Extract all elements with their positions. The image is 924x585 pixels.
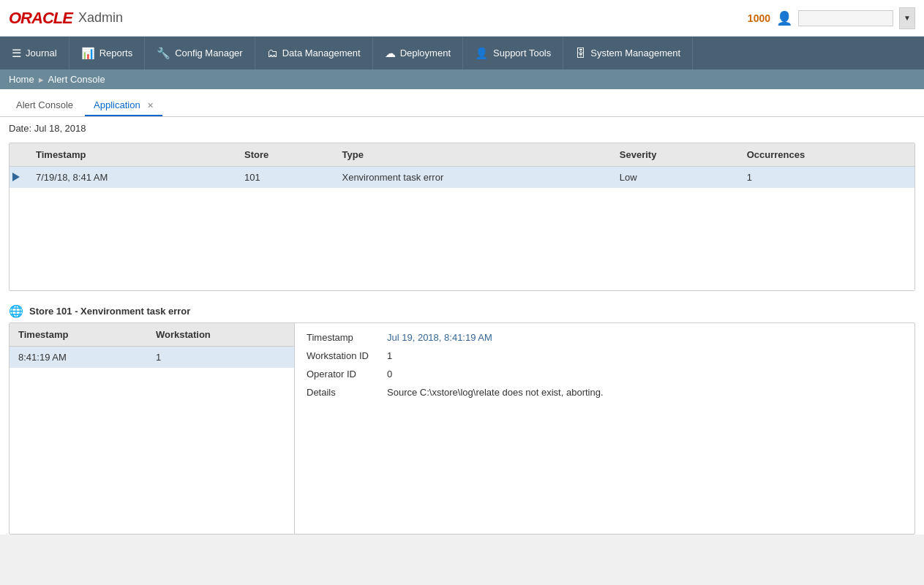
nav-label-config: Config Manager	[175, 48, 243, 58]
logo-area: ORACLE Xadmin	[9, 9, 123, 28]
nav-label-deployment: Deployment	[400, 48, 451, 58]
table-row[interactable]: 7/19/18, 8:41 AM 101 Xenvironment task e…	[10, 167, 914, 189]
detail-timestamp-value: Jul 19, 2018, 8:41:19 AM	[387, 332, 492, 343]
col-type: Type	[333, 143, 610, 167]
globe-icon: 🌐	[9, 304, 23, 318]
tab-alert-console-label: Alert Console	[16, 99, 73, 110]
nav-label-reports: Reports	[99, 48, 133, 58]
detail-col-workstation: Workstation	[147, 323, 294, 347]
breadcrumb-current: Alert Console	[48, 74, 105, 85]
nav-item-reports[interactable]: 📊 Reports	[70, 37, 146, 69]
support-icon: 👤	[475, 47, 489, 60]
detail-right-panel: Timestamp Jul 19, 2018, 8:41:19 AM Works…	[295, 323, 914, 534]
dropdown-arrow[interactable]: ▼	[899, 7, 915, 29]
detail-workstation-label: Workstation ID	[307, 350, 387, 361]
detail-row-timestamp: 8:41:19 AM	[10, 347, 147, 369]
nav-label-data: Data Management	[282, 48, 361, 58]
main-table-container: Timestamp Store Type Severity Occurrence…	[9, 143, 915, 291]
tab-application-close[interactable]: ✕	[147, 101, 154, 110]
detail-operator-value: 0	[387, 369, 392, 380]
detail-workstation-row: Workstation ID 1	[307, 350, 903, 361]
row-occurrences: 1	[738, 167, 914, 189]
row-type: Xenvironment task error	[333, 167, 610, 189]
app-name: Xadmin	[78, 10, 123, 26]
col-flag	[10, 143, 27, 167]
top-right: 1000 👤 ▼	[748, 7, 915, 29]
content: Alert Console Application ✕ Date: Jul 18…	[0, 89, 924, 535]
top-bar: ORACLE Xadmin 1000 👤 ▼	[0, 0, 924, 37]
nav-label-journal: Journal	[26, 48, 57, 58]
nav-item-support-tools[interactable]: 👤 Support Tools	[463, 37, 563, 69]
tabs-bar: Alert Console Application ✕	[0, 89, 924, 117]
deployment-icon: ☁	[385, 47, 396, 60]
reports-icon: 📊	[81, 47, 95, 60]
main-table: Timestamp Store Type Severity Occurrence…	[10, 143, 914, 290]
date-label: Date:	[9, 123, 31, 134]
detail-title: Store 101 - Xenvironment task error	[29, 306, 190, 317]
nav-item-data-management[interactable]: 🗂 Data Management	[255, 37, 373, 69]
detail-left-header: Timestamp Workstation	[10, 323, 294, 347]
nav-item-journal[interactable]: ☰ Journal	[0, 37, 70, 69]
detail-left-row[interactable]: 8:41:19 AM 1	[10, 347, 294, 369]
user-id: 1000	[748, 12, 770, 24]
oracle-logo: ORACLE	[9, 9, 72, 28]
config-icon: 🔧	[157, 47, 170, 60]
detail-timestamp-label: Timestamp	[307, 332, 387, 343]
journal-icon: ☰	[12, 47, 21, 60]
date-row: Date: Jul 18, 2018	[0, 117, 924, 140]
detail-header: 🌐 Store 101 - Xenvironment task error	[9, 300, 915, 322]
tab-application-label: Application	[94, 99, 140, 110]
breadcrumb: Home ► Alert Console	[0, 69, 924, 89]
detail-body: Timestamp Workstation 8:41:19 AM 1 T	[9, 322, 915, 535]
date-value: Jul 18, 2018	[34, 123, 86, 134]
col-occurrences: Occurrences	[738, 143, 914, 167]
row-timestamp: 7/19/18, 8:41 AM	[27, 167, 236, 189]
row-store: 101	[236, 167, 333, 189]
tab-alert-console[interactable]: Alert Console	[7, 95, 82, 116]
detail-col-timestamp: Timestamp	[10, 323, 147, 347]
breadcrumb-separator: ►	[37, 75, 45, 84]
row-severity: Low	[611, 167, 738, 189]
search-input[interactable]	[798, 10, 893, 26]
detail-workstation-value: 1	[387, 350, 392, 361]
detail-details-value: Source C:\xstore\log\relate does not exi…	[387, 387, 604, 398]
detail-details-label: Details	[307, 387, 387, 398]
nav-item-deployment[interactable]: ☁ Deployment	[373, 37, 463, 69]
flag-cell	[10, 167, 27, 189]
user-avatar-icon: 👤	[776, 10, 792, 26]
col-severity: Severity	[611, 143, 738, 167]
tab-application[interactable]: Application ✕	[85, 95, 162, 116]
system-icon: 🗄	[575, 47, 586, 59]
main-table-header: Timestamp Store Type Severity Occurrence…	[10, 143, 914, 167]
detail-left-table: Timestamp Workstation 8:41:19 AM 1	[10, 323, 294, 368]
detail-row-workstation: 1	[147, 347, 294, 369]
col-timestamp: Timestamp	[27, 143, 236, 167]
nav-bar: ☰ Journal 📊 Reports 🔧 Config Manager 🗂 D…	[0, 37, 924, 69]
flag-icon	[12, 173, 20, 181]
detail-left-panel: Timestamp Workstation 8:41:19 AM 1	[10, 323, 295, 534]
nav-item-system-management[interactable]: 🗄 System Management	[563, 37, 693, 69]
col-store: Store	[236, 143, 333, 167]
nav-label-system: System Management	[590, 48, 680, 58]
detail-timestamp-row: Timestamp Jul 19, 2018, 8:41:19 AM	[307, 332, 903, 343]
detail-operator-label: Operator ID	[307, 369, 387, 380]
detail-section: 🌐 Store 101 - Xenvironment task error Ti…	[9, 300, 915, 535]
breadcrumb-home[interactable]: Home	[9, 74, 34, 85]
nav-label-support: Support Tools	[493, 48, 551, 58]
nav-item-config-manager[interactable]: 🔧 Config Manager	[145, 37, 255, 69]
detail-details-row: Details Source C:\xstore\log\relate does…	[307, 387, 903, 398]
detail-operator-row: Operator ID 0	[307, 369, 903, 380]
data-mgmt-icon: 🗂	[267, 47, 278, 59]
